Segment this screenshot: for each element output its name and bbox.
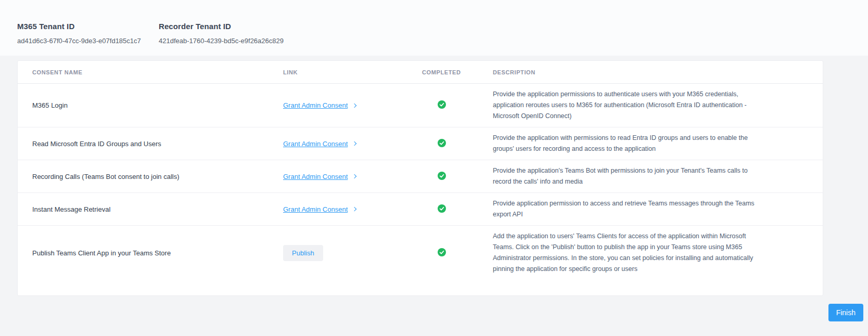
completed-check-icon <box>438 139 446 147</box>
grant-admin-consent-link-label: Grant Admin Consent <box>283 205 348 213</box>
consent-description: Provide the application with permissions… <box>493 127 823 160</box>
finish-button[interactable]: Finish <box>828 304 863 321</box>
consent-name: M365 Login <box>18 84 283 127</box>
chevron-right-icon <box>352 174 356 178</box>
consent-description: Provide the application's Teams Bot with… <box>493 160 823 193</box>
completed-cell <box>422 160 493 193</box>
recorder-tenant-id-value: 421dfeab-1760-4239-bd5c-e9f26a26c829 <box>159 37 285 45</box>
chevron-right-icon <box>352 141 356 146</box>
m365-tenant-id-label: M365 Tenant ID <box>17 22 143 31</box>
completed-check-icon <box>438 248 446 256</box>
table-row-recording-calls: Recording Calls (Teams Bot consent to jo… <box>18 160 823 193</box>
m365-tenant-block: M365 Tenant ID ad41d6c3-67f0-47cc-9de3-e… <box>17 22 159 56</box>
consent-name: Recording Calls (Teams Bot consent to jo… <box>18 160 283 193</box>
column-header-consent-name: CONSENT NAME <box>18 61 283 84</box>
grant-admin-consent-link[interactable]: Grant Admin Consent <box>283 205 356 213</box>
completed-cell <box>422 84 493 127</box>
consent-name: Read Microsoft Entra ID Groups and Users <box>18 127 283 160</box>
publish-button[interactable]: Publish <box>283 245 323 261</box>
column-header-description: DESCRIPTION <box>493 61 823 84</box>
grant-admin-consent-link[interactable]: Grant Admin Consent <box>283 140 356 148</box>
consent-description: Provide the application permissions to a… <box>493 84 823 127</box>
consent-description: Add the application to users' Teams Clie… <box>493 226 823 280</box>
grant-admin-consent-link-label: Grant Admin Consent <box>283 101 348 109</box>
table-row-publish-teams-app: Publish Teams Client App in your Teams S… <box>18 226 823 280</box>
consent-name: Instant Message Retrieval <box>18 193 283 226</box>
page: { "tenants": [ { "label": "M365 Tenant I… <box>0 0 868 336</box>
grant-admin-consent-link-label: Grant Admin Consent <box>283 140 348 148</box>
consents-table: CONSENT NAME LINK COMPLETED DESCRIPTION … <box>18 61 823 280</box>
column-header-link: LINK <box>283 61 422 84</box>
column-header-completed: COMPLETED <box>422 61 493 84</box>
grant-admin-consent-link[interactable]: Grant Admin Consent <box>283 101 356 109</box>
completed-check-icon <box>438 172 446 180</box>
completed-check-icon <box>438 100 446 109</box>
consent-description: Provide application permission to access… <box>493 193 823 226</box>
link-cell: Grant Admin Consent <box>283 160 422 193</box>
completed-check-icon <box>438 204 446 213</box>
table-header-row: CONSENT NAME LINK COMPLETED DESCRIPTION <box>18 61 823 84</box>
table-row-read-entra-groups: Read Microsoft Entra ID Groups and Users… <box>18 127 823 160</box>
grant-admin-consent-link-label: Grant Admin Consent <box>283 173 348 180</box>
link-cell: Grant Admin Consent <box>283 127 422 160</box>
completed-cell <box>422 226 493 280</box>
link-cell: Grant Admin Consent <box>283 193 422 226</box>
tenant-info-section: M365 Tenant ID ad41d6c3-67f0-47cc-9de3-e… <box>0 0 868 56</box>
chevron-right-icon <box>352 103 356 107</box>
consent-name: Publish Teams Client App in your Teams S… <box>18 226 283 280</box>
m365-tenant-id-value: ad41d6c3-67f0-47cc-9de3-e07fd185c1c7 <box>17 37 143 45</box>
table-row-m365-login: M365 Login Grant Admin Consent Provide t… <box>18 84 823 127</box>
recorder-tenant-block: Recorder Tenant ID 421dfeab-1760-4239-bd… <box>159 22 300 56</box>
recorder-tenant-id-label: Recorder Tenant ID <box>159 22 285 31</box>
consents-card: CONSENT NAME LINK COMPLETED DESCRIPTION … <box>17 60 823 296</box>
footer-actions: Finish <box>0 304 863 321</box>
completed-cell <box>422 127 493 160</box>
table-row-instant-message-retrieval: Instant Message Retrieval Grant Admin Co… <box>18 193 823 226</box>
chevron-right-icon <box>352 207 356 211</box>
completed-cell <box>422 193 493 226</box>
link-cell: Publish <box>283 226 422 280</box>
grant-admin-consent-link[interactable]: Grant Admin Consent <box>283 173 356 180</box>
link-cell: Grant Admin Consent <box>283 84 422 127</box>
